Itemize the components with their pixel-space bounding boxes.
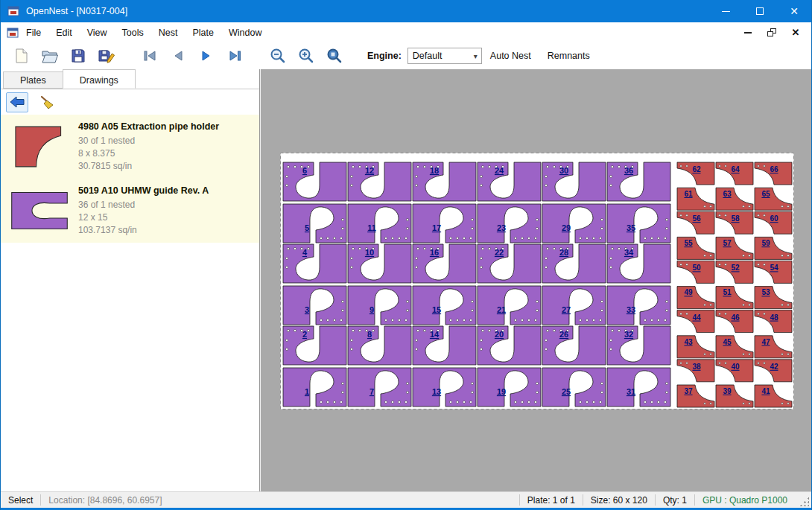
previous-arrow-icon <box>170 48 186 64</box>
menu-window[interactable]: Window <box>221 23 269 42</box>
document-window-icon[interactable] <box>7 27 19 39</box>
menu-tools[interactable]: Tools <box>115 23 151 42</box>
left-panel: Plates Drawings <box>1 69 260 491</box>
svg-text:10: 10 <box>365 248 374 257</box>
titlebar[interactable]: OpenNest - [N0317-004] ✕ <box>1 0 811 22</box>
close-icon: ✕ <box>790 6 799 16</box>
svg-text:16: 16 <box>430 248 439 257</box>
svg-text:41: 41 <box>761 387 770 395</box>
assign-drawing-button[interactable] <box>6 92 28 112</box>
svg-text:14: 14 <box>430 330 440 339</box>
svg-text:15: 15 <box>432 305 441 314</box>
svg-text:27: 27 <box>562 305 571 314</box>
menu-nest[interactable]: Nest <box>151 23 185 42</box>
chevron-down-icon: ▾ <box>474 52 478 60</box>
drawing-area: 103.7137 sq/in <box>78 224 259 237</box>
svg-text:40: 40 <box>731 363 740 371</box>
maximize-button[interactable] <box>743 0 777 22</box>
drawing-title: 4980 A05 Extraction pipe holder <box>78 121 259 132</box>
svg-text:3: 3 <box>305 305 309 314</box>
svg-text:47: 47 <box>761 338 770 346</box>
svg-text:48: 48 <box>770 313 778 322</box>
list-item[interactable]: 5019 A10 UHMW guide Rev. A 36 of 1 neste… <box>1 179 259 243</box>
child-restore-button[interactable] <box>764 25 780 40</box>
status-gpu: GPU : Quadro P1000 <box>695 495 795 506</box>
app-icon <box>7 5 19 17</box>
drawing-title: 5019 A10 UHMW guide Rev. A <box>78 185 259 196</box>
svg-text:33: 33 <box>627 305 635 314</box>
drawing-area: 30.7815 sq/in <box>78 160 259 173</box>
svg-text:2: 2 <box>302 330 307 339</box>
list-item[interactable]: 4980 A05 Extraction pipe holder 30 of 1 … <box>1 115 259 179</box>
tab-drawings[interactable]: Drawings <box>63 69 136 89</box>
svg-text:9: 9 <box>369 305 374 314</box>
nest-canvas[interactable]: 6512111817242330293635431091615222128273… <box>261 69 811 491</box>
zoom-fit-button[interactable] <box>321 44 348 68</box>
menu-file[interactable]: File <box>19 23 48 42</box>
svg-text:12: 12 <box>365 166 374 175</box>
main-toolbar: Engine: Default ▾ Auto Nest Remnants <box>1 42 811 69</box>
panel-tabstrip: Plates Drawings <box>1 69 259 89</box>
previous-plate-button[interactable] <box>165 44 191 68</box>
new-document-icon <box>13 48 30 64</box>
svg-text:5: 5 <box>305 223 309 232</box>
zoom-fit-icon <box>326 47 343 65</box>
plate[interactable]: 6512111817242330293635431091615222128273… <box>280 153 794 409</box>
zoom-out-icon <box>269 47 287 65</box>
last-plate-button[interactable] <box>221 44 248 68</box>
svg-text:60: 60 <box>770 214 778 223</box>
svg-text:17: 17 <box>432 223 441 232</box>
auto-nest-button[interactable]: Auto Nest <box>482 44 539 68</box>
next-arrow-icon <box>198 48 215 64</box>
open-button[interactable] <box>37 44 63 68</box>
svg-text:62: 62 <box>692 165 701 173</box>
svg-text:64: 64 <box>731 165 740 173</box>
svg-text:28: 28 <box>559 248 568 257</box>
first-plate-button[interactable] <box>136 44 163 68</box>
menu-view[interactable]: View <box>80 23 115 42</box>
engine-select[interactable]: Default ▾ <box>407 48 482 64</box>
child-restore-icon <box>767 28 776 36</box>
menu-edit[interactable]: Edit <box>48 23 80 42</box>
child-minimize-button[interactable] <box>740 25 756 40</box>
svg-text:35: 35 <box>627 223 635 232</box>
status-qty: Qty: 1 <box>656 495 694 506</box>
svg-text:25: 25 <box>562 387 571 396</box>
svg-text:61: 61 <box>684 190 693 198</box>
clear-drawings-button[interactable] <box>36 92 58 112</box>
status-plate: Plate: 1 of 1 <box>520 495 583 506</box>
zoom-out-button[interactable] <box>264 44 291 68</box>
svg-text:30: 30 <box>559 166 568 175</box>
svg-text:42: 42 <box>770 363 778 371</box>
svg-text:37: 37 <box>684 387 693 395</box>
svg-text:34: 34 <box>624 248 634 257</box>
drawings-toolbar <box>1 89 259 115</box>
drawing-nested: 36 of 1 nested <box>78 199 259 211</box>
svg-text:52: 52 <box>731 264 740 272</box>
window-title: OpenNest - [N0317-004] <box>26 6 127 16</box>
remnants-button[interactable]: Remnants <box>539 44 598 68</box>
svg-text:56: 56 <box>692 214 701 223</box>
resize-grip-icon[interactable] <box>799 497 809 506</box>
tab-plates[interactable]: Plates <box>3 71 63 89</box>
svg-text:57: 57 <box>723 239 732 247</box>
svg-text:8: 8 <box>367 330 372 339</box>
engine-label: Engine: <box>367 51 402 61</box>
close-button[interactable]: ✕ <box>777 0 811 22</box>
svg-text:23: 23 <box>497 223 506 232</box>
svg-text:26: 26 <box>559 330 568 339</box>
minimize-button[interactable] <box>708 0 743 22</box>
svg-text:1: 1 <box>305 387 309 396</box>
save-as-button[interactable] <box>93 44 120 68</box>
next-plate-button[interactable] <box>193 44 220 68</box>
status-size: Size: 60 x 120 <box>583 495 655 506</box>
child-close-button[interactable]: ✕ <box>787 25 804 40</box>
zoom-in-button[interactable] <box>293 44 320 68</box>
save-button[interactable] <box>65 44 92 68</box>
menu-plate[interactable]: Plate <box>185 23 221 42</box>
new-button[interactable] <box>8 44 35 68</box>
svg-text:19: 19 <box>497 387 506 396</box>
svg-text:24: 24 <box>495 166 504 175</box>
svg-text:44: 44 <box>692 313 701 322</box>
svg-text:38: 38 <box>692 363 701 371</box>
